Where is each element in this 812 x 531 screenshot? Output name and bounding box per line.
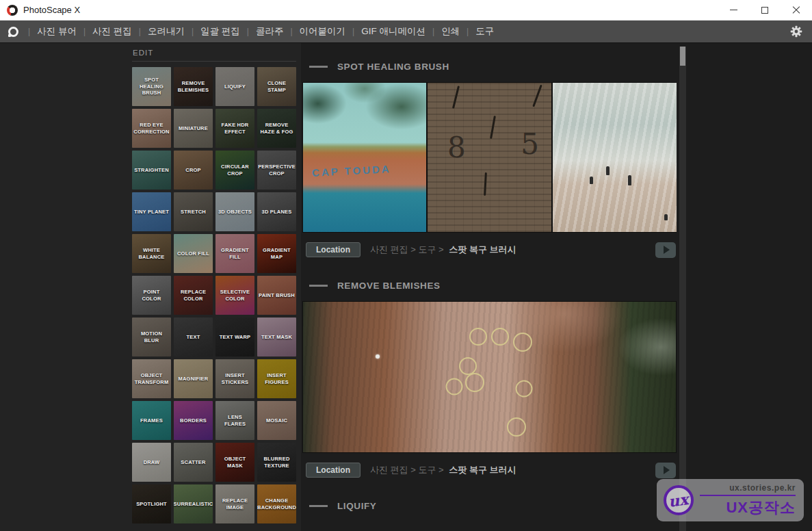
tool-tile-label: SURREALISTIC: [174, 501, 213, 508]
settings-gear-icon[interactable]: [790, 25, 802, 38]
watermark-site-url: ux.stories.pe.kr: [729, 483, 796, 493]
tool-tile-red-eye-correction[interactable]: RED EYE CORRECTION: [132, 109, 171, 148]
tool-tile-miniature[interactable]: MINIATURE: [174, 109, 213, 148]
tool-tile-tiny-planet[interactable]: TINY PLANET: [132, 192, 171, 231]
tool-tile-gradient-map[interactable]: GRADIENT MAP: [257, 234, 296, 273]
breadcrumb-prefix: 사진 편집 > 도구 >: [370, 244, 444, 255]
photo-portrait-blemishes: [303, 302, 676, 452]
tool-tile-remove-haze-fog[interactable]: REMOVE HAZE & FOG: [257, 109, 296, 148]
tool-tile-paint-brush[interactable]: PAINT BRUSH: [257, 276, 296, 315]
tool-tile-straighten[interactable]: STRAIGHTEN: [132, 151, 171, 190]
beach-person: [590, 177, 593, 184]
tool-tile-label: BLURRED TEXTURE: [257, 456, 296, 469]
tool-tile-label: TEXT MASK: [260, 334, 293, 341]
minimize-icon: [730, 10, 737, 10]
tool-tile-object-transform[interactable]: OBJECT TRANSFORM: [132, 359, 171, 398]
menu-item-사진-편집[interactable]: 사진 편집: [92, 25, 132, 38]
menu-item-일괄-편집[interactable]: 일괄 편집: [200, 25, 240, 38]
tool-tile-scatter[interactable]: SCATTER: [174, 443, 213, 482]
tool-tile-text-warp[interactable]: TEXT WARP: [215, 318, 254, 357]
tool-tile-fake-hdr-effect[interactable]: FAKE HDR EFFECT: [215, 109, 254, 148]
menu-separator: |: [192, 27, 194, 36]
tool-tile-perspective-crop[interactable]: PERSPECTIVE CROP: [257, 151, 296, 190]
tool-tile-circular-crop[interactable]: CIRCULAR CROP: [215, 151, 254, 190]
scrollbar-thumb[interactable]: [680, 47, 685, 66]
wall-painted-text: CAP TOUDA: [311, 163, 391, 179]
tool-tile-draw[interactable]: DRAW: [132, 443, 171, 482]
menu-item-도구[interactable]: 도구: [475, 25, 494, 38]
menu-item-이어붙이기[interactable]: 이어붙이기: [300, 25, 346, 38]
tool-tile-text[interactable]: TEXT: [174, 318, 213, 357]
play-video-button[interactable]: [655, 463, 676, 478]
tool-tile-frames[interactable]: FRAMES: [132, 401, 171, 440]
watermark-name: UX공작소: [726, 497, 796, 518]
menu-item-사진-뷰어[interactable]: 사진 뷰어: [37, 25, 77, 38]
menu-item-콜라주[interactable]: 콜라주: [256, 25, 284, 38]
tool-tile-surrealistic[interactable]: SURREALISTIC: [174, 484, 213, 523]
photoscape-logo-icon[interactable]: [8, 27, 18, 37]
tool-tile-insert-figures[interactable]: INSERT FIGURES: [257, 359, 296, 398]
location-button[interactable]: Location: [306, 463, 361, 478]
tool-tile-spotlight[interactable]: SPOTLIGHT: [132, 484, 171, 523]
location-button[interactable]: Location: [306, 242, 361, 257]
tool-tile-3d-objects[interactable]: 3D OBJECTS: [215, 192, 254, 231]
wall-hook: [490, 116, 496, 139]
tool-tile-text-mask[interactable]: TEXT MASK: [257, 318, 296, 357]
tool-tile-point-color[interactable]: POINT COLOR: [132, 276, 171, 315]
section-header-remove-blemishes: REMOVE BLEMISHES: [303, 280, 676, 291]
tool-tile-replace-image[interactable]: REPLACE IMAGE: [215, 484, 254, 523]
play-icon: [664, 466, 670, 474]
tool-tile-remove-blemishes[interactable]: REMOVE BLEMISHES: [174, 67, 213, 106]
ux-factory-logo-icon: ux: [664, 485, 694, 515]
location-row: Location 사진 편집 > 도구 > 스팟 복구 브러시: [303, 462, 676, 478]
tool-tile-borders[interactable]: BORDERS: [174, 401, 213, 440]
tool-tile-motion-blur[interactable]: MOTION BLUR: [132, 318, 171, 357]
tool-tile-label: MOTION BLUR: [132, 331, 171, 344]
tool-tile-magnifier[interactable]: MAGNIFIER: [174, 359, 213, 398]
tool-tile-label: MOSAIC: [265, 417, 289, 424]
tool-tile-object-mask[interactable]: OBJECT MASK: [215, 443, 254, 482]
section-title: LIQUIFY: [337, 501, 376, 511]
tool-tile-label: PAINT BRUSH: [257, 292, 296, 299]
menu-item-gif-애니메이션[interactable]: GIF 애니메이션: [361, 25, 425, 38]
blemish-circle: [516, 380, 533, 398]
tool-tile-insert-stickers[interactable]: INSERT STICKERS: [215, 359, 254, 398]
tool-tile-label: SPOTLIGHT: [135, 501, 168, 508]
tool-tile-spot-healing-brush[interactable]: SPOT HEALING BRUSH: [132, 67, 171, 106]
breadcrumb-current: 스팟 복구 브러시: [449, 244, 516, 255]
menu-item-인쇄[interactable]: 인쇄: [441, 25, 460, 38]
tool-tile-3d-planes[interactable]: 3D PLANES: [257, 192, 296, 231]
tool-tile-clone-stamp[interactable]: CLONE STAMP: [257, 67, 296, 106]
tool-tile-replace-color[interactable]: REPLACE COLOR: [174, 276, 213, 315]
vertical-scrollbar[interactable]: [679, 47, 686, 531]
tool-tile-stretch[interactable]: STRETCH: [174, 192, 213, 231]
tool-tile-label: RED EYE CORRECTION: [132, 122, 171, 135]
blemish-circle: [469, 328, 487, 346]
maximize-button[interactable]: [749, 0, 781, 20]
tool-tile-crop[interactable]: CROP: [174, 151, 213, 190]
menu-bar: |사진 뷰어|사진 편집|오려내기|일괄 편집|콜라주|이어붙이기|GIF 애니…: [0, 21, 812, 43]
tool-tile-label: COLOR FILL: [176, 250, 211, 257]
window-controls: [718, 0, 812, 20]
play-video-button[interactable]: [655, 242, 676, 258]
blemish-circle: [459, 357, 477, 375]
tool-tile-blurred-texture[interactable]: BLURRED TEXTURE: [257, 443, 296, 482]
minimize-button[interactable]: [718, 0, 749, 20]
tool-tile-label: MAGNIFIER: [177, 376, 210, 383]
blemish-circle: [491, 328, 509, 346]
tool-tile-lens-flares[interactable]: LENS FLARES: [215, 401, 254, 440]
tool-tile-change-background[interactable]: CHANGE BACKGROUND: [257, 484, 296, 523]
close-button[interactable]: [781, 0, 812, 20]
watermark-badge: ux ux.stories.pe.kr UX공작소: [657, 479, 804, 521]
menu-item-오려내기[interactable]: 오려내기: [148, 25, 185, 38]
tool-tile-liquify[interactable]: LIQUIFY: [215, 67, 254, 106]
tool-tile-white-balance[interactable]: WHITE BALANCE: [132, 234, 171, 273]
tool-tile-mosaic[interactable]: MOSAIC: [257, 401, 296, 440]
title-bar: PhotoScape X: [0, 0, 812, 21]
content-area: EDIT SPOT HEALING BRUSHREMOVE BLEMISHESL…: [0, 43, 812, 531]
tool-tile-color-fill[interactable]: COLOR FILL: [174, 234, 213, 273]
tool-tile-gradient-fill[interactable]: GRADIENT FILL: [215, 234, 254, 273]
close-icon: [792, 6, 800, 14]
tool-tile-selective-color[interactable]: SELECTIVE COLOR: [215, 276, 254, 315]
menu-separator: |: [432, 27, 434, 36]
